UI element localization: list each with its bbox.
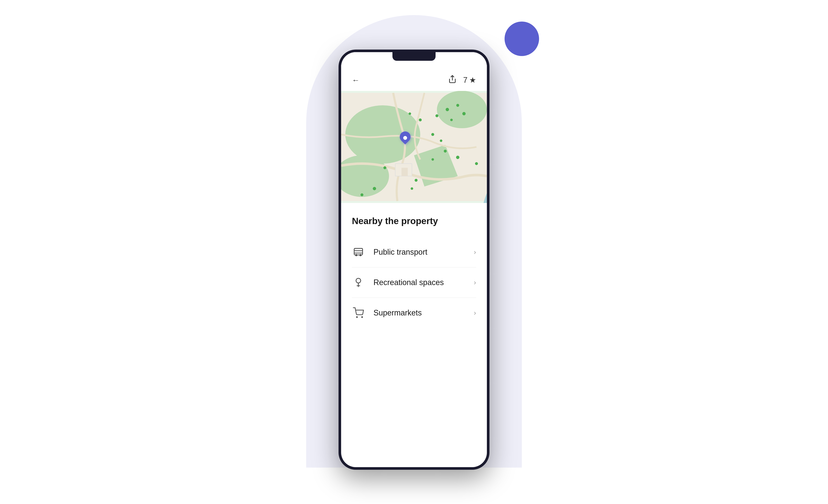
public-transport-item[interactable]: Public transport › (352, 237, 476, 267)
svg-point-8 (446, 108, 449, 111)
tree-icon (352, 276, 365, 289)
svg-point-23 (411, 187, 413, 190)
svg-rect-26 (354, 248, 363, 255)
map-svg (341, 91, 487, 203)
svg-point-30 (357, 317, 357, 317)
svg-point-17 (431, 158, 434, 161)
nav-right: 7 ★ (448, 75, 476, 85)
section-title: Nearby the property (352, 216, 476, 226)
supermarkets-label: Supermarkets (373, 308, 474, 317)
supermarkets-item[interactable]: Supermarkets › (352, 298, 476, 328)
svg-point-13 (431, 133, 434, 136)
recreational-spaces-chevron: › (474, 278, 476, 286)
svg-point-14 (440, 139, 443, 142)
svg-rect-7 (402, 168, 408, 176)
svg-point-21 (361, 193, 364, 196)
public-transport-chevron: › (474, 248, 476, 256)
share-button[interactable] (448, 75, 457, 85)
svg-point-12 (450, 119, 453, 121)
decorative-circle (505, 21, 539, 56)
public-transport-label: Public transport (373, 247, 474, 257)
svg-point-18 (419, 118, 422, 121)
status-bar (341, 52, 487, 70)
svg-point-9 (456, 104, 459, 107)
svg-point-29 (356, 278, 361, 283)
location-pin (400, 131, 411, 144)
nav-bar: ← 7 ★ (341, 70, 487, 91)
content-area: Nearby the property (341, 203, 487, 328)
rating-count: 7 (463, 76, 467, 85)
svg-point-22 (415, 179, 418, 182)
svg-point-4 (437, 91, 487, 128)
star-icon: ★ (469, 76, 476, 85)
svg-point-16 (456, 155, 459, 159)
svg-point-25 (475, 162, 478, 165)
map-area[interactable] (341, 91, 487, 203)
svg-point-31 (362, 317, 363, 317)
nav-left: ← (352, 76, 360, 85)
phone-screen: ← 7 ★ (341, 52, 487, 467)
cart-icon (352, 307, 365, 319)
svg-point-19 (409, 112, 411, 115)
recreational-spaces-item[interactable]: Recreational spaces › (352, 267, 476, 298)
svg-point-11 (436, 114, 439, 117)
supermarkets-chevron: › (474, 309, 476, 317)
phone-frame: ← 7 ★ (338, 50, 490, 470)
bus-icon (352, 246, 365, 259)
rating-container: 7 ★ (463, 76, 476, 85)
back-button[interactable]: ← (352, 76, 360, 85)
recreational-spaces-label: Recreational spaces (373, 278, 474, 287)
svg-point-15 (444, 149, 447, 152)
notch (392, 52, 436, 61)
svg-point-24 (383, 166, 386, 169)
scene: ← 7 ★ (263, 15, 565, 489)
svg-point-10 (462, 112, 465, 115)
svg-point-20 (373, 187, 376, 190)
